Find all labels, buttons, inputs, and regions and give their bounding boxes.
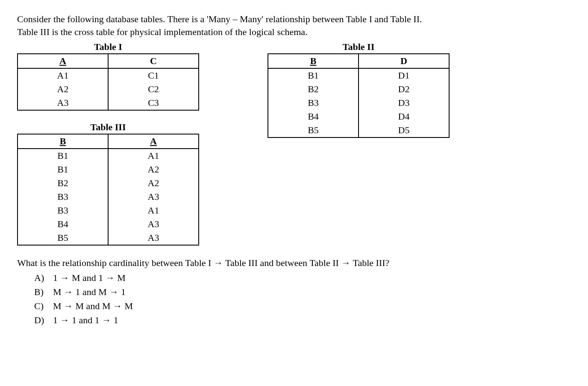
table-row: B3 D3 <box>268 96 449 110</box>
table-cell: A3 <box>108 231 199 245</box>
table-row: B4 A3 <box>18 217 199 231</box>
question-block: What is the relationship cardinality bet… <box>17 257 571 327</box>
table-cell: C3 <box>108 96 199 110</box>
table-cell: A3 <box>108 217 199 231</box>
table-cell: A2 <box>18 82 108 96</box>
table-2-title: Table II <box>343 41 374 53</box>
table-cell: B1 <box>268 68 359 82</box>
table-row: A2 C2 <box>18 82 199 96</box>
table-row: B5 D5 <box>268 123 449 137</box>
table-cell: D1 <box>359 68 449 82</box>
option-b: B) M → 1 and M → 1 <box>34 286 571 299</box>
table-2-header-row: B D <box>268 54 449 68</box>
table-cell: D2 <box>359 82 449 96</box>
table-row: B2 A2 <box>18 176 199 190</box>
table-cell: A3 <box>108 190 199 204</box>
table-cell: A2 <box>108 176 199 190</box>
table-3-block: Table III B A B1 A1 B1 A2 B2 A2 <box>17 122 199 246</box>
table-row: B1 A2 <box>18 163 199 176</box>
table-3-header-row: B A <box>18 134 199 149</box>
table-cell: B1 <box>18 149 108 163</box>
table-2: B D B1 D1 B2 D2 B3 D3 B4 D4 B5 D5 <box>268 53 450 138</box>
table-row: B3 A3 <box>18 190 199 204</box>
table-row: A3 C3 <box>18 96 199 110</box>
table-cell: B3 <box>18 204 108 217</box>
option-b-letter: B) <box>34 286 47 299</box>
table-cell: A3 <box>18 96 108 110</box>
table-row: B1 D1 <box>268 68 449 82</box>
table-cell: B3 <box>18 190 108 204</box>
table-cell: B4 <box>268 110 359 123</box>
table-cell: A1 <box>108 149 199 163</box>
table-row: B1 A1 <box>18 149 199 163</box>
table-1-block: Table I A C A1 C1 A2 C2 A3 C3 <box>17 41 199 111</box>
option-d: D) 1 → 1 and 1 → 1 <box>34 314 571 327</box>
table-cell: B5 <box>18 231 108 245</box>
table-cell: D3 <box>359 96 449 110</box>
table-1: A C A1 C1 A2 C2 A3 C3 <box>17 53 199 111</box>
intro-text: Consider the following database tables. … <box>17 13 571 38</box>
option-c: C) M → M and M → M <box>34 300 571 313</box>
option-c-text: M → M and M → M <box>53 300 133 313</box>
table-cell: C1 <box>108 68 199 82</box>
table-row: B4 D4 <box>268 110 449 123</box>
table-cell: D5 <box>359 123 449 137</box>
table-1-title: Table I <box>94 41 122 53</box>
table-cell: C2 <box>108 82 199 96</box>
table-row: B3 A1 <box>18 204 199 217</box>
table-cell: D4 <box>359 110 449 123</box>
intro-line-2: Table III is the cross table for physica… <box>17 26 308 37</box>
option-d-text: 1 → 1 and 1 → 1 <box>53 314 118 327</box>
table-3-header-a: A <box>108 134 199 149</box>
option-d-letter: D) <box>34 314 47 327</box>
table-row: A1 C1 <box>18 68 199 82</box>
table-cell: A2 <box>108 163 199 176</box>
table-cell: B1 <box>18 163 108 176</box>
table-cell: B2 <box>18 176 108 190</box>
options-list: A) 1 → M and 1 → M B) M → 1 and M → 1 C)… <box>34 272 571 327</box>
table-1-header-c: C <box>108 54 199 68</box>
table-3-title: Table III <box>91 122 126 133</box>
table-cell: B2 <box>268 82 359 96</box>
table-cell: B3 <box>268 96 359 110</box>
table-1-header-a: A <box>18 54 108 68</box>
option-b-text: M → 1 and M → 1 <box>53 286 126 299</box>
table-1-header-row: A C <box>18 54 199 68</box>
option-a-letter: A) <box>34 272 47 285</box>
table-cell: B4 <box>18 217 108 231</box>
table-cell: B5 <box>268 123 359 137</box>
intro-line-1: Consider the following database tables. … <box>17 14 422 24</box>
table-cell: A1 <box>108 204 199 217</box>
option-a: A) 1 → M and 1 → M <box>34 272 571 285</box>
table-cell: A1 <box>18 68 108 82</box>
table-2-header-d: D <box>359 54 449 68</box>
table-3-header-b: B <box>18 134 108 149</box>
table-row: B5 A3 <box>18 231 199 245</box>
option-a-text: 1 → M and 1 → M <box>53 272 126 285</box>
table-2-block: Table II B D B1 D1 B2 D2 B3 D3 B4 D4 <box>268 41 450 138</box>
left-column: Table I A C A1 C1 A2 C2 A3 C3 <box>17 41 199 246</box>
option-c-letter: C) <box>34 300 47 313</box>
table-row: B2 D2 <box>268 82 449 96</box>
table-2-header-b: B <box>268 54 359 68</box>
question-text: What is the relationship cardinality bet… <box>17 257 571 270</box>
tables-container: Table I A C A1 C1 A2 C2 A3 C3 <box>17 41 571 246</box>
table-3: B A B1 A1 B1 A2 B2 A2 B3 A3 <box>17 134 199 246</box>
